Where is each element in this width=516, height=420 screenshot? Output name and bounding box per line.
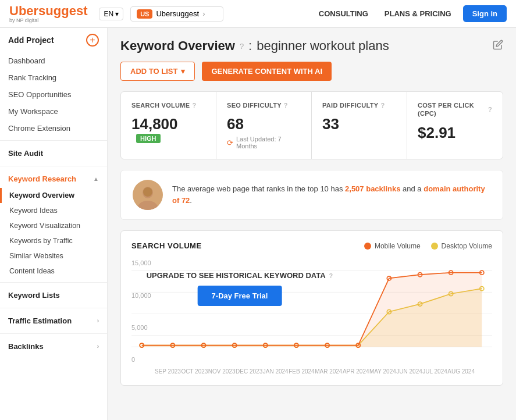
sidebar-keyword-lists[interactable]: Keyword Lists xyxy=(0,286,107,304)
avatar xyxy=(133,180,163,210)
metric-sub-seo: ⟳ Last Updated: 7 Months xyxy=(227,136,301,150)
metric-value-search-volume: 14,800 HIGH xyxy=(131,115,205,143)
chart-title: SEARCH VOLUME xyxy=(131,241,202,250)
sidebar-sub-label: Keywords by Traffic xyxy=(9,237,73,245)
sidebar-sub-label: Keyword Ideas xyxy=(9,207,58,215)
domain-label: Ubersuggest xyxy=(156,9,199,18)
add-project-row: Add Project + xyxy=(0,28,107,52)
domain-selector[interactable]: US Ubersuggest › xyxy=(130,6,223,22)
signin-button[interactable]: Sign in xyxy=(463,5,507,22)
sidebar-keyword-research[interactable]: Keyword Research ▲ xyxy=(0,170,107,188)
sidebar-item-label: Chrome Extension xyxy=(8,124,70,133)
chart-xaxis: SEP 2023 OCT 2023 NOV 2023 DEC 2023 JAN … xyxy=(131,366,492,375)
site-audit-label: Site Audit xyxy=(8,149,43,158)
sidebar-sub-label: Keyword Overview xyxy=(9,191,74,200)
mobile-volume-dot xyxy=(364,243,371,250)
metrics-row: SEARCH VOLUME ? 14,800 HIGH SEO DIFFICUL… xyxy=(120,91,503,159)
page-title-colon: : xyxy=(248,38,252,54)
sidebar-sub-label: Keyword Visualization xyxy=(9,222,80,230)
action-buttons: ADD TO LIST ▾ GENERATE CONTENT WITH AI xyxy=(120,62,503,81)
logo: Ubersuggest by NP digital xyxy=(9,5,87,23)
sidebar-item-label: My Workspace xyxy=(8,107,58,116)
dropdown-arrow-icon: ▾ xyxy=(181,67,185,76)
metric-value-paid-difficulty: 33 xyxy=(322,115,396,133)
chevron-down-icon: ▾ xyxy=(115,10,119,18)
add-to-list-label: ADD TO LIST xyxy=(130,67,177,76)
seo-difficulty-info-icon[interactable]: ? xyxy=(284,101,288,109)
add-project-label: Add Project xyxy=(8,35,54,45)
sidebar-divider-2 xyxy=(0,166,107,166)
sidebar-item-rank-tracking[interactable]: Rank Tracking xyxy=(0,69,107,86)
sidebar-item-keywords-by-traffic[interactable]: Keywords by Traffic xyxy=(0,233,107,248)
sidebar-item-chrome-extension[interactable]: Chrome Extension xyxy=(0,120,107,137)
upgrade-overlay: UPGRADE TO SEE HISTORICAL KEYWORD DATA ?… xyxy=(147,271,333,306)
sidebar-backlinks[interactable]: Backlinks › xyxy=(0,337,107,355)
upgrade-text: UPGRADE TO SEE HISTORICAL KEYWORD DATA ? xyxy=(147,271,333,280)
sidebar-item-my-workspace[interactable]: My Workspace xyxy=(0,103,107,120)
search-volume-info-icon[interactable]: ? xyxy=(192,101,196,109)
page-title: Keyword Overview xyxy=(120,38,235,54)
sidebar-item-seo-opportunities[interactable]: SEO Opportunities xyxy=(0,86,107,103)
country-badge: US xyxy=(137,9,152,19)
sidebar-item-dashboard[interactable]: Dashboard xyxy=(0,52,107,69)
plans-pricing-link[interactable]: PLANS & PRICING xyxy=(380,9,456,18)
chevron-up-icon: ▲ xyxy=(93,176,99,182)
sidebar-item-keyword-overview[interactable]: Keyword Overview xyxy=(0,188,107,203)
desktop-volume-dot xyxy=(431,243,438,250)
traffic-estimation-label: Traffic Estimation xyxy=(8,316,72,325)
sidebar-sub-label: Content Ideas xyxy=(9,267,55,275)
chevron-right-icon-2: › xyxy=(97,343,99,350)
keyword-research-submenu: Keyword Overview Keyword Ideas Keyword V… xyxy=(0,188,107,279)
backlinks-highlight[interactable]: 2,507 backlinks xyxy=(345,184,400,193)
sidebar-item-similar-websites[interactable]: Similar Websites xyxy=(0,248,107,264)
cpc-info-icon[interactable]: ? xyxy=(488,105,492,113)
metric-value-cpc: $2.91 xyxy=(418,124,492,142)
keyword-lists-label: Keyword Lists xyxy=(8,291,60,300)
chart-body: 15,000 10,000 5,000 0 UPGRADE TO SEE HIS… xyxy=(131,259,492,375)
chart-section: SEARCH VOLUME Mobile Volume Desktop Volu… xyxy=(120,230,503,386)
metric-label-paid-difficulty: PAID DIFFICULTY ? xyxy=(322,101,396,109)
legend-mobile: Mobile Volume xyxy=(364,242,421,250)
trial-button[interactable]: 7-Day Free Trial xyxy=(198,286,282,306)
language-selector[interactable]: EN ▾ xyxy=(99,8,123,20)
sidebar-item-keyword-ideas[interactable]: Keyword Ideas xyxy=(0,203,107,218)
top-navigation: Ubersuggest by NP digital EN ▾ US Ubersu… xyxy=(0,0,516,28)
metric-label-search-volume: SEARCH VOLUME ? xyxy=(131,101,205,109)
sidebar-item-label: Rank Tracking xyxy=(8,73,56,82)
chart-area: UPGRADE TO SEE HISTORICAL KEYWORD DATA ?… xyxy=(131,259,492,375)
legend-mobile-label: Mobile Volume xyxy=(375,242,421,250)
sidebar-sub-label: Similar Websites xyxy=(9,252,63,260)
svg-point-3 xyxy=(143,187,152,197)
sidebar-divider-3 xyxy=(0,282,107,283)
sidebar-site-audit[interactable]: Site Audit xyxy=(0,144,107,162)
sidebar-divider xyxy=(0,140,107,141)
metric-seo-difficulty: SEO DIFFICULTY ? 68 ⟳ Last Updated: 7 Mo… xyxy=(216,92,312,159)
lang-label: EN xyxy=(104,10,113,18)
sidebar: Add Project + Dashboard Rank Tracking SE… xyxy=(0,28,108,420)
backlinks-label: Backlinks xyxy=(8,342,44,351)
insight-card: The average web page that ranks in the t… xyxy=(120,170,503,220)
page-title-info-icon[interactable]: ? xyxy=(240,42,244,51)
sidebar-item-keyword-visualization[interactable]: Keyword Visualization xyxy=(0,218,107,233)
legend-desktop-label: Desktop Volume xyxy=(442,242,492,250)
upgrade-info-icon[interactable]: ? xyxy=(329,272,333,279)
paid-difficulty-info-icon[interactable]: ? xyxy=(380,101,385,109)
sidebar-item-label: Dashboard xyxy=(8,56,45,65)
chevron-right-icon: › xyxy=(97,318,99,324)
refresh-icon[interactable]: ⟳ xyxy=(227,138,233,147)
chart-header: SEARCH VOLUME Mobile Volume Desktop Volu… xyxy=(131,241,492,250)
domain-arrow-icon: › xyxy=(202,9,205,18)
sidebar-traffic-estimation[interactable]: Traffic Estimation › xyxy=(0,312,107,330)
consulting-link[interactable]: CONSULTING xyxy=(314,9,373,18)
edit-icon[interactable] xyxy=(493,40,503,52)
legend-desktop: Desktop Volume xyxy=(431,242,492,250)
generate-content-button[interactable]: GENERATE CONTENT WITH AI xyxy=(202,62,332,81)
metric-search-volume: SEARCH VOLUME ? 14,800 HIGH xyxy=(121,92,216,159)
logo-text: Ubersuggest xyxy=(9,5,87,17)
add-project-button[interactable]: + xyxy=(86,34,99,47)
chart-legend: Mobile Volume Desktop Volume xyxy=(364,242,492,250)
main-layout: Add Project + Dashboard Rank Tracking SE… xyxy=(0,28,516,420)
logo-sub: by NP digital xyxy=(9,17,87,23)
add-to-list-button[interactable]: ADD TO LIST ▾ xyxy=(120,62,195,81)
sidebar-item-content-ideas[interactable]: Content Ideas xyxy=(0,264,107,279)
